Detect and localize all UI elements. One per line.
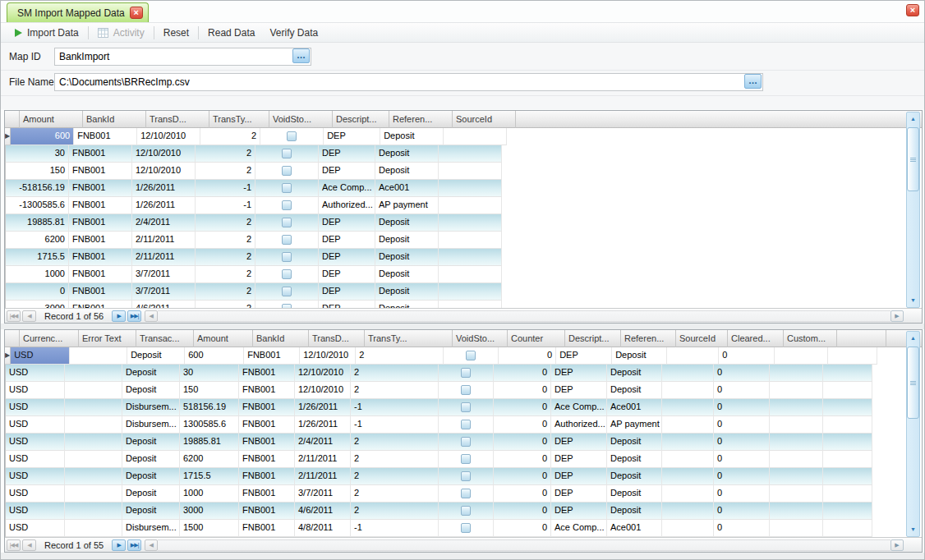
vertical-scrollbar[interactable]: ▲ ▼ bbox=[906, 331, 920, 537]
grid-cell[interactable]: AP payment bbox=[375, 197, 439, 214]
grid-cell[interactable] bbox=[662, 434, 714, 451]
grid-cell[interactable]: Disbursem... bbox=[122, 520, 180, 537]
grid-cell[interactable] bbox=[255, 232, 319, 249]
column-header-descript[interactable]: Descript... bbox=[333, 111, 389, 128]
scroll-down-icon[interactable]: ▼ bbox=[907, 294, 919, 307]
voidsto-checkbox[interactable] bbox=[282, 287, 292, 296]
grid-cell[interactable]: DEP bbox=[319, 145, 375, 163]
grid-cell[interactable]: DEP bbox=[319, 214, 375, 232]
scroll-left-icon[interactable]: ◀ bbox=[145, 310, 158, 322]
grid-cell[interactable] bbox=[823, 503, 872, 520]
grid-cell[interactable]: Deposit bbox=[607, 434, 662, 451]
column-header-blank[interactable] bbox=[837, 330, 886, 347]
grid-cell[interactable]: Deposit bbox=[607, 451, 662, 468]
scrollbar-track[interactable] bbox=[907, 345, 919, 523]
grid-cell[interactable]: FNB001 bbox=[239, 503, 295, 520]
grid-cell[interactable]: Ace001 bbox=[607, 520, 662, 537]
column-header-voidsto[interactable]: VoidSto... bbox=[269, 111, 333, 128]
grid-cell[interactable]: DEP bbox=[324, 128, 380, 145]
grid-cell[interactable] bbox=[823, 520, 872, 537]
grid-cell[interactable] bbox=[662, 503, 714, 520]
grid-cell[interactable]: 0 bbox=[494, 468, 551, 485]
grid-cell[interactable] bbox=[439, 451, 494, 468]
grid-cell[interactable]: Deposit bbox=[122, 485, 180, 503]
grid-cell[interactable]: 12/10/2010 bbox=[300, 347, 356, 365]
grid-cell[interactable] bbox=[828, 347, 877, 365]
grid-cell[interactable] bbox=[770, 434, 823, 451]
grid-cell[interactable]: 2/11/2011 bbox=[295, 451, 351, 468]
grid-cell[interactable]: 0 bbox=[494, 382, 551, 399]
import-data-button[interactable]: Import Data bbox=[7, 24, 86, 41]
grid-cell[interactable] bbox=[823, 485, 872, 503]
nav-first-button[interactable]: |◀◀ bbox=[7, 310, 21, 322]
voidsto-checkbox[interactable] bbox=[461, 489, 471, 498]
grid-cell[interactable]: 12/10/2010 bbox=[295, 382, 351, 399]
grid-cell[interactable]: USD bbox=[11, 347, 70, 365]
nav-last-button[interactable]: ▶▶| bbox=[127, 539, 141, 551]
grid-cell[interactable]: 30 bbox=[180, 365, 239, 382]
verify-data-button[interactable]: Verify Data bbox=[262, 24, 325, 41]
grid-cell[interactable]: FNB001 bbox=[69, 301, 132, 308]
grid-cell[interactable]: 2 bbox=[351, 503, 439, 520]
column-header-bankid[interactable]: BankId bbox=[83, 111, 146, 128]
vertical-scrollbar[interactable]: ▲ ▼ bbox=[906, 112, 920, 308]
grid-cell[interactable]: -1 bbox=[351, 399, 439, 416]
grid-cell[interactable]: Authorized... bbox=[319, 197, 375, 214]
nav-next-button[interactable]: ▶ bbox=[112, 310, 126, 322]
grid-cell[interactable]: DEP bbox=[319, 249, 375, 266]
grid-cell[interactable]: 2 bbox=[356, 347, 444, 365]
nav-prev-button[interactable]: ◀ bbox=[22, 310, 36, 322]
read-data-button[interactable]: Read Data bbox=[200, 24, 262, 41]
grid-cell[interactable]: 2 bbox=[200, 128, 260, 145]
grid-cell[interactable]: 12/10/2010 bbox=[132, 163, 196, 180]
grid-cell[interactable]: 1715.5 bbox=[180, 468, 239, 485]
column-header-custom[interactable]: Custom... bbox=[784, 330, 837, 347]
grid-cell[interactable] bbox=[255, 301, 319, 308]
grid-cell[interactable]: FNB001 bbox=[69, 249, 132, 266]
grid-cell[interactable]: Deposit bbox=[607, 468, 662, 485]
grid-cell[interactable]: USD bbox=[6, 382, 65, 399]
scrollbar-thumb[interactable] bbox=[907, 347, 919, 419]
grid-cell[interactable]: 2 bbox=[196, 145, 255, 163]
grid-cell[interactable] bbox=[439, 214, 502, 232]
grid-cell[interactable]: Deposit bbox=[375, 283, 439, 301]
grid-cell[interactable] bbox=[662, 416, 714, 434]
grid-cell[interactable] bbox=[439, 365, 494, 382]
grid-cell[interactable] bbox=[439, 283, 502, 301]
grid-cell[interactable]: 0 bbox=[6, 283, 69, 301]
grid-cell[interactable]: Deposit bbox=[607, 485, 662, 503]
horizontal-scrollbar[interactable]: ◀ ▶ bbox=[145, 310, 920, 322]
reset-button[interactable]: Reset bbox=[156, 24, 196, 41]
grid-cell[interactable]: USD bbox=[6, 451, 65, 468]
grid-cell[interactable]: FNB001 bbox=[69, 163, 132, 180]
grid-cell[interactable]: 2 bbox=[196, 214, 255, 232]
grid-cell[interactable]: Deposit bbox=[127, 347, 185, 365]
grid-cell[interactable] bbox=[823, 399, 872, 416]
grid-cell[interactable]: -1 bbox=[196, 180, 255, 197]
grid-cell[interactable]: 1000 bbox=[180, 485, 239, 503]
grid-cell[interactable]: Deposit bbox=[122, 451, 180, 468]
grid-cell[interactable] bbox=[662, 382, 714, 399]
grid-cell[interactable]: 2 bbox=[351, 451, 439, 468]
nav-prev-button[interactable]: ◀ bbox=[22, 539, 36, 551]
grid-cell[interactable]: 150 bbox=[180, 382, 239, 399]
map-id-input[interactable]: BankImport bbox=[54, 48, 311, 66]
grid-cell[interactable] bbox=[770, 399, 823, 416]
grid-cell[interactable] bbox=[439, 301, 502, 308]
window-close-button[interactable]: × bbox=[906, 4, 919, 16]
scroll-up-icon[interactable]: ▲ bbox=[907, 332, 919, 345]
voidsto-checkbox[interactable] bbox=[282, 235, 292, 245]
grid-cell[interactable]: Authorized... bbox=[551, 416, 607, 434]
grid-cell[interactable]: DEP bbox=[319, 232, 375, 249]
grid-cell[interactable]: 2 bbox=[196, 266, 255, 283]
grid-cell[interactable]: Deposit bbox=[375, 232, 439, 249]
grid-cell[interactable] bbox=[770, 485, 823, 503]
grid-cell[interactable]: Deposit bbox=[375, 145, 439, 163]
grid-cell[interactable]: FNB001 bbox=[69, 180, 132, 197]
row-indicator[interactable]: ▶ bbox=[5, 347, 11, 365]
grid-cell[interactable]: 1/26/2011 bbox=[132, 180, 196, 197]
column-header-errortext[interactable]: Error Text bbox=[79, 330, 136, 347]
grid-cell[interactable]: FNB001 bbox=[239, 485, 295, 503]
grid-cell[interactable] bbox=[65, 485, 122, 503]
grid-cell[interactable]: Deposit bbox=[122, 468, 180, 485]
